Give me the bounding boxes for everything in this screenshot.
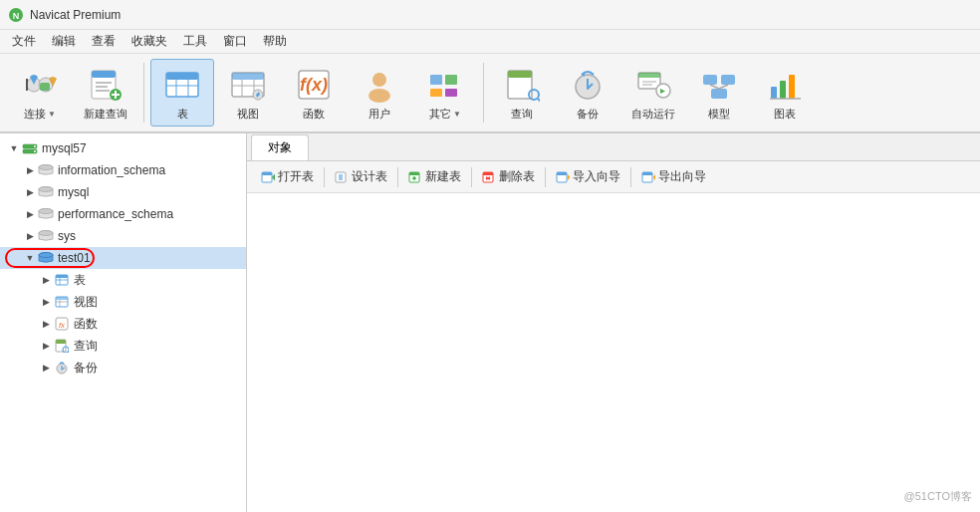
tree-table-label: 表 xyxy=(74,272,86,289)
svg-rect-93 xyxy=(483,172,493,175)
export-wizard-label: 导出向导 xyxy=(658,168,706,185)
menu-help[interactable]: 帮助 xyxy=(255,31,295,52)
svg-rect-39 xyxy=(638,73,660,78)
open-table-icon xyxy=(261,170,275,184)
svg-rect-7 xyxy=(92,71,116,78)
menu-view[interactable]: 查看 xyxy=(84,31,123,52)
chevron-right-icon: ▶ xyxy=(40,274,52,286)
design-table-icon xyxy=(335,170,349,184)
svg-rect-100 xyxy=(642,172,652,175)
tree-query-item[interactable]: ▶ 查询 xyxy=(0,335,246,357)
open-table-button[interactable]: 打开表 xyxy=(255,166,320,187)
svg-rect-15 xyxy=(166,73,198,80)
toolbar-table-button[interactable]: 表 xyxy=(150,59,214,127)
db-icon xyxy=(38,184,54,200)
svg-rect-34 xyxy=(508,71,532,78)
tree-view-item[interactable]: ▶ 视图 xyxy=(0,291,246,313)
content-sep-5 xyxy=(630,167,631,187)
connect-icon xyxy=(20,65,60,105)
content-tabs: 对象 xyxy=(247,133,980,161)
tree-db-label: mysql xyxy=(58,185,89,199)
menu-edit[interactable]: 编辑 xyxy=(44,31,84,52)
db-icon xyxy=(38,162,54,178)
new-table-button[interactable]: 新建表 xyxy=(402,166,467,187)
tree-query-label: 查询 xyxy=(74,338,98,355)
toolbar-model-button[interactable]: 模型 xyxy=(687,59,751,127)
svg-rect-20 xyxy=(232,73,264,80)
import-wizard-button[interactable]: 导入向导 xyxy=(550,166,626,187)
design-table-button[interactable]: 设计表 xyxy=(329,166,393,187)
svg-text:N: N xyxy=(13,11,20,21)
toolbar-connect-button[interactable]: 连接 ▼ xyxy=(8,59,72,127)
svg-rect-43 xyxy=(703,75,717,85)
view-child-icon xyxy=(54,294,70,310)
toolbar-view-button[interactable]: 视图 xyxy=(216,59,280,127)
backup-label: 备份 xyxy=(577,107,599,122)
svg-point-61 xyxy=(39,209,53,214)
function-child-icon: fx xyxy=(54,316,70,332)
tab-objects[interactable]: 对象 xyxy=(251,134,309,160)
newquery-label: 新建查询 xyxy=(84,107,127,122)
svg-rect-30 xyxy=(445,75,457,85)
tree-db-label: sys xyxy=(58,229,76,243)
tree-db-test01[interactable]: ▼ test01 xyxy=(0,247,246,269)
autorun-label: 自动运行 xyxy=(631,107,675,122)
tree-db-label: information_schema xyxy=(58,163,165,177)
tree-view-label: 视图 xyxy=(74,294,98,311)
toolbar-function-button[interactable]: f(x) 函数 xyxy=(282,59,346,127)
tree-db-performance_schema[interactable]: ▶ performance_schema xyxy=(0,203,246,225)
tree-backup-item[interactable]: ▶ 备份 xyxy=(0,357,246,379)
tree-db-mysql[interactable]: ▶ mysql xyxy=(0,181,246,203)
toolbar-chart-button[interactable]: 图表 xyxy=(753,59,817,127)
svg-text:fx: fx xyxy=(59,321,66,330)
user-icon xyxy=(360,65,399,105)
sidebar: ▼ mysql57 ▶ information_s xyxy=(0,133,247,512)
tree-function-item[interactable]: ▶ fx 函数 xyxy=(0,313,246,335)
other-icon xyxy=(425,65,465,105)
tree-db-sys[interactable]: ▶ sys xyxy=(0,225,246,247)
main-area: ▼ mysql57 ▶ information_s xyxy=(0,133,980,512)
toolbar-autorun-button[interactable]: 自动运行 xyxy=(621,59,685,127)
table-icon xyxy=(162,65,202,105)
svg-rect-50 xyxy=(789,75,795,99)
menu-tools[interactable]: 工具 xyxy=(175,31,215,52)
tree-root-mysql57[interactable]: ▼ mysql57 xyxy=(0,137,246,159)
tree-function-label: 函数 xyxy=(74,316,98,333)
svg-rect-67 xyxy=(56,275,68,278)
toolbar-user-button[interactable]: 用户 xyxy=(348,59,411,127)
watermark: @51CTO博客 xyxy=(904,489,972,504)
chevron-down-icon: ▼ xyxy=(24,252,36,264)
menu-bar: 文件 编辑 查看 收藏夹 工具 窗口 帮助 xyxy=(0,30,980,54)
menu-window[interactable]: 窗口 xyxy=(215,31,255,52)
user-label: 用户 xyxy=(368,107,390,122)
svg-point-54 xyxy=(34,145,36,147)
table-child-icon xyxy=(54,272,70,288)
table-label: 表 xyxy=(177,107,188,122)
svg-point-27 xyxy=(372,73,386,87)
toolbar-newquery-button[interactable]: 新建查询 xyxy=(74,59,137,127)
tree-db-label: test01 xyxy=(58,251,91,265)
export-wizard-button[interactable]: 导出向导 xyxy=(635,166,712,187)
newquery-icon xyxy=(86,65,125,105)
query-icon xyxy=(502,65,542,105)
svg-rect-5 xyxy=(40,83,50,91)
tree-db-information_schema[interactable]: ▶ information_schema xyxy=(0,159,246,181)
menu-favorites[interactable]: 收藏夹 xyxy=(123,31,175,52)
toolbar-backup-button[interactable]: 备份 xyxy=(556,59,619,127)
delete-table-label: 删除表 xyxy=(499,168,535,185)
connect-arrow: ▼ xyxy=(48,110,56,119)
delete-table-button[interactable]: 删除表 xyxy=(476,166,541,187)
chart-label: 图表 xyxy=(774,107,796,122)
tree-backup-label: 备份 xyxy=(74,360,98,377)
svg-line-46 xyxy=(710,85,719,89)
tree-root-label: mysql57 xyxy=(42,141,87,155)
tree-db-label: performance_schema xyxy=(58,207,173,221)
chevron-right-icon: ▶ xyxy=(24,186,36,198)
menu-file[interactable]: 文件 xyxy=(4,31,44,52)
content-sep-4 xyxy=(545,167,546,187)
toolbar-query-button[interactable]: 查询 xyxy=(490,59,554,127)
tree-table-item[interactable]: ▶ 表 xyxy=(0,269,246,291)
content-sep-1 xyxy=(324,167,325,187)
toolbar-other-button[interactable]: 其它 ▼ xyxy=(413,59,477,127)
svg-point-57 xyxy=(39,165,53,170)
